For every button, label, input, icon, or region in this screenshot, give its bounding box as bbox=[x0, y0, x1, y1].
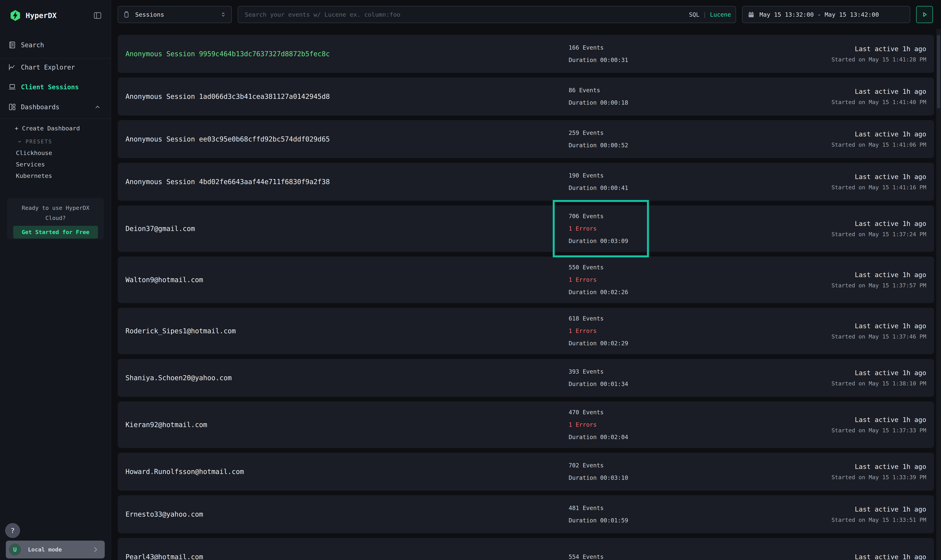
time-range-picker[interactable]: May 15 13:32:00 - May 15 13:42:00 bbox=[742, 6, 910, 23]
session-last-active: Last active 1h ago bbox=[831, 322, 926, 330]
chevron-up-icon[interactable] bbox=[94, 103, 102, 111]
cloud-promo-text: Ready to use HyperDX Cloud? bbox=[7, 203, 104, 223]
lucene-mode-button[interactable]: Lucene bbox=[710, 11, 731, 18]
session-duration: Duration 00:00:18 bbox=[569, 97, 628, 109]
sidebar-item-dashboards[interactable]: Dashboards bbox=[0, 101, 111, 113]
session-stats: 554 Events bbox=[569, 551, 604, 560]
session-times: Last active 1h ago Started on May 15 1:4… bbox=[831, 45, 926, 63]
sidebar-item-label: Dashboards bbox=[21, 103, 60, 111]
session-events: 393 Events bbox=[569, 365, 628, 378]
session-row[interactable]: Anonymous Session 4bd02fe6643aaf44e711f6… bbox=[118, 163, 934, 201]
session-name: Roderick_Sipes1@hotmail.com bbox=[125, 327, 236, 335]
session-events: 166 Events bbox=[569, 42, 628, 54]
source-selector-value: Sessions bbox=[135, 11, 164, 18]
preset-item-kubernetes[interactable]: Kubernetes bbox=[0, 170, 111, 182]
session-events: 481 Events bbox=[569, 502, 628, 514]
session-events: 702 Events bbox=[569, 459, 628, 472]
scrollbar-thumb[interactable] bbox=[937, 35, 940, 109]
session-started: Started on May 15 1:33:39 PM bbox=[831, 474, 926, 480]
session-times: Last active 1h ago Started on May 15 1:3… bbox=[831, 369, 926, 387]
search-logs-icon bbox=[8, 41, 17, 49]
session-started: Started on May 15 1:38:10 PM bbox=[831, 380, 926, 387]
session-events: 470 Events bbox=[569, 406, 628, 418]
help-button[interactable]: ? bbox=[5, 523, 20, 538]
session-times: Last active 1h ago Started on May 15 1:3… bbox=[831, 463, 926, 480]
session-stats: 190 Events Duration 00:00:41 bbox=[569, 169, 628, 194]
sessions-source-icon bbox=[122, 11, 131, 18]
session-events: 259 Events bbox=[569, 127, 628, 139]
session-duration: Duration 00:03:10 bbox=[569, 472, 628, 484]
session-stats: 702 Events Duration 00:03:10 bbox=[569, 459, 628, 484]
session-duration: Duration 00:00:41 bbox=[569, 182, 628, 194]
session-stats: 470 Events 1 Errors Duration 00:02:04 bbox=[569, 406, 628, 443]
session-started: Started on May 15 1:37:24 PM bbox=[831, 231, 926, 238]
session-name: Anonymous Session ee03c95e0b68cffd92bc57… bbox=[125, 135, 330, 143]
session-duration: Duration 00:02:04 bbox=[569, 431, 628, 443]
divider bbox=[0, 58, 111, 58]
session-row[interactable]: Shaniya.Schoen20@yahoo.com 393 Events Du… bbox=[118, 359, 934, 397]
session-times: Last active 1h ago Started on May 15 1:3… bbox=[831, 416, 926, 434]
session-stats: 259 Events Duration 00:00:52 bbox=[569, 127, 628, 152]
session-errors: 1 Errors bbox=[569, 274, 628, 286]
sql-mode-button[interactable]: SQL bbox=[689, 11, 699, 18]
session-stats: 706 Events 1 Errors Duration 00:03:09 bbox=[569, 210, 628, 247]
search-input[interactable] bbox=[245, 11, 689, 18]
session-stats: 393 Events Duration 00:01:34 bbox=[569, 365, 628, 390]
session-times: Last active 1h ago Started on May 15 1:3… bbox=[831, 505, 926, 523]
sidebar: HyperDX Search Chart bbox=[0, 0, 111, 560]
preset-label: Kubernetes bbox=[0, 172, 52, 179]
session-times: Last active 1h ago Started on May 15 1:3… bbox=[831, 220, 926, 238]
chart-icon bbox=[8, 63, 17, 71]
session-events: 554 Events bbox=[569, 551, 604, 560]
preset-item-clickhouse[interactable]: Clickhouse bbox=[0, 147, 111, 158]
session-row[interactable]: Anonymous Session 1ad066d3c3b41cea381127… bbox=[118, 77, 934, 115]
session-name: Deion37@gmail.com bbox=[125, 225, 195, 232]
session-started: Started on May 15 1:41:28 PM bbox=[831, 56, 926, 63]
session-duration: Duration 00:02:26 bbox=[569, 286, 628, 298]
session-last-active: Last active 1h ago bbox=[831, 463, 926, 471]
session-duration: Duration 00:00:52 bbox=[569, 139, 628, 152]
session-last-active: Last active 1h ago bbox=[831, 271, 926, 278]
scrollbar-track bbox=[936, 29, 941, 560]
session-name: Anonymous Session 4bd02fe6643aaf44e711f6… bbox=[125, 178, 330, 186]
session-name: Shaniya.Schoen20@yahoo.com bbox=[125, 374, 232, 382]
sidebar-collapse-icon[interactable] bbox=[93, 11, 103, 20]
sidebar-item-label: Search bbox=[21, 41, 44, 49]
session-row[interactable]: Anonymous Session ee03c95e0b68cffd92bc57… bbox=[118, 120, 934, 158]
session-started: Started on May 15 1:41:40 PM bbox=[831, 99, 926, 105]
session-last-active: Last active 1h ago bbox=[831, 416, 926, 423]
session-row[interactable]: Kieran92@hotmail.com 470 Events 1 Errors… bbox=[118, 402, 934, 448]
session-last-active: Last active 1h ago bbox=[831, 369, 926, 377]
sidebar-item-chart-explorer[interactable]: Chart Explorer bbox=[0, 61, 111, 74]
source-selector[interactable]: Sessions bbox=[118, 6, 232, 23]
session-errors: 1 Errors bbox=[569, 325, 628, 337]
get-started-button[interactable]: Get Started for Free bbox=[13, 226, 98, 238]
user-avatar: U bbox=[9, 543, 21, 555]
session-events: 86 Events bbox=[569, 84, 628, 97]
preset-item-services[interactable]: Services bbox=[0, 159, 111, 170]
session-row[interactable]: Roderick_Sipes1@hotmail.com 618 Events 1… bbox=[118, 308, 934, 354]
session-times: Last active 1h ago Started on May 15 1:4… bbox=[831, 88, 926, 105]
session-row[interactable]: Anonymous Session 9959c464b13dc7637327d8… bbox=[118, 35, 934, 73]
session-started: Started on May 15 1:37:57 PM bbox=[831, 282, 926, 289]
session-stats: 550 Events 1 Errors Duration 00:02:26 bbox=[569, 261, 628, 298]
sidebar-item-search[interactable]: Search bbox=[0, 39, 111, 51]
divider bbox=[0, 118, 111, 118]
create-dashboard-button[interactable]: + Create Dashboard bbox=[0, 123, 111, 134]
preset-label: Services bbox=[0, 161, 45, 168]
session-started: Started on May 15 1:33:51 PM bbox=[831, 517, 926, 523]
run-query-button[interactable] bbox=[916, 6, 933, 23]
presets-toggle[interactable]: PRESETS bbox=[0, 136, 111, 147]
create-dashboard-label: + Create Dashboard bbox=[0, 125, 80, 132]
session-row[interactable]: Pearl43@hotmail.com 554 Events Last acti… bbox=[118, 538, 934, 560]
session-times: Last active 1h ago Started on May 15 1:3… bbox=[831, 271, 926, 289]
local-mode-button[interactable]: U Local mode bbox=[6, 541, 105, 558]
session-row[interactable]: Ernesto33@yahoo.com 481 Events Duration … bbox=[118, 495, 934, 533]
session-row[interactable]: Walton9@hotmail.com 550 Events 1 Errors … bbox=[118, 257, 934, 303]
session-name: Howard.Runolfsson@hotmail.com bbox=[125, 468, 244, 475]
session-row[interactable]: Howard.Runolfsson@hotmail.com 702 Events… bbox=[118, 453, 934, 491]
session-last-active: Last active 1h ago bbox=[855, 553, 926, 560]
sidebar-item-client-sessions[interactable]: Client Sessions bbox=[0, 81, 111, 93]
session-row[interactable]: Deion37@gmail.com 706 Events 1 Errors Du… bbox=[118, 205, 934, 252]
session-name: Anonymous Session 9959c464b13dc7637327d8… bbox=[125, 50, 330, 58]
